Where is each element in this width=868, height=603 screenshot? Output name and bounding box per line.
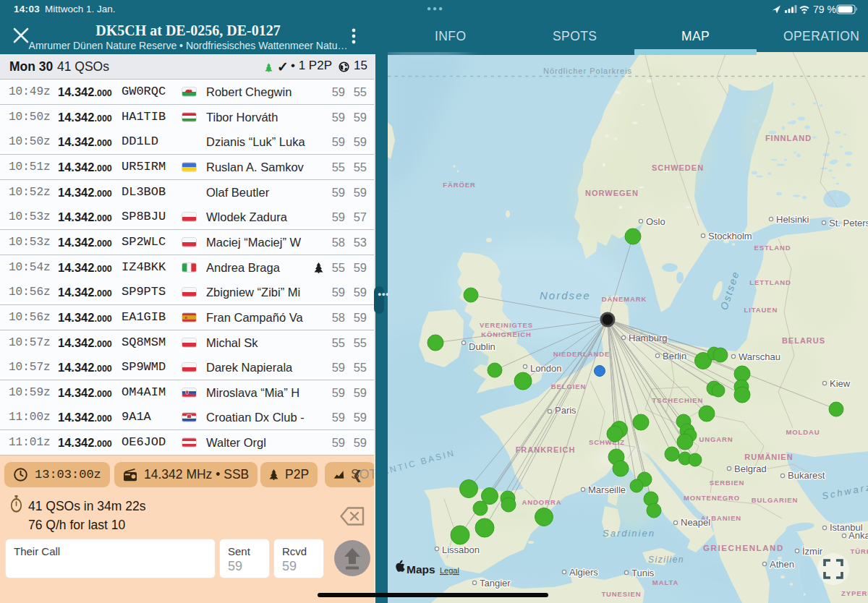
svg-text:ANDORRA: ANDORRA [522,498,562,506]
svg-text:Marseille: Marseille [588,484,626,495]
svg-text:Neapel: Neapel [681,517,710,528]
svg-text:UNGARN: UNGARN [699,435,733,443]
svg-text:Kiew: Kiew [830,378,851,389]
svg-text:Maps: Maps [407,563,435,576]
svg-text:Dublin: Dublin [469,341,495,352]
svg-text:79 %: 79 % [813,4,836,15]
svg-text:SERBIEN: SERBIEN [710,479,745,487]
svg-text:MONTENEGRO: MONTENEGRO [684,494,740,502]
svg-text:Athen: Athen [770,559,794,570]
svg-text:FÄRÖER: FÄRÖER [443,181,476,189]
svg-text:Legal: Legal [440,566,459,575]
svg-text:Tunis: Tunis [631,568,655,578]
svg-text:TUNESIEN: TUNESIEN [601,590,641,598]
svg-text:İzmir: İzmir [802,546,823,557]
svg-text:BELARUS: BELARUS [782,336,825,345]
svg-text:Nördlicher Polarkreis: Nördlicher Polarkreis [543,67,632,75]
svg-text:Sizilien: Sizilien [648,555,684,565]
svg-text:Warschau: Warschau [739,351,780,362]
svg-text:Belgrad: Belgrad [734,463,767,474]
svg-text:NORWEGEN: NORWEGEN [585,189,639,197]
svg-text:GRIECHENLAND: GRIECHENLAND [703,544,784,552]
svg-text:BULGARIEN: BULGARIEN [752,496,799,504]
svg-text:Paris: Paris [555,405,576,416]
svg-text:ZYPERN: ZYPERN [841,589,868,597]
svg-text:KÖNIGREICH: KÖNIGREICH [481,330,532,338]
svg-text:ESTLAND: ESTLAND [754,244,791,252]
svg-text:Oslo: Oslo [646,216,665,227]
svg-text:MOLDAU: MOLDAU [786,428,820,436]
svg-text:LITAUEN: LITAUEN [744,306,778,314]
svg-text:VEREINIGTES: VEREINIGTES [480,321,533,329]
svg-text:Lissabon: Lissabon [442,544,480,555]
svg-text:TÜRKEI: TÜRKEI [851,547,868,555]
svg-text:Nordsee: Nordsee [540,289,591,302]
svg-text:Stockholm: Stockholm [708,231,752,241]
svg-text:Bukarest: Bukarest [788,470,825,481]
svg-text:Tangier: Tangier [480,578,511,589]
svg-text:FINNLAND: FINNLAND [765,134,812,142]
svg-text:MALTA: MALTA [652,578,678,586]
svg-text:SCHWEDEN: SCHWEDEN [652,163,704,172]
svg-text:Anka: Anka [848,530,868,541]
svg-text:Sardinien: Sardinien [603,528,655,539]
svg-text:Helsinki: Helsinki [776,214,809,225]
svg-text:St. Petersbu: St. Petersbu [829,218,868,228]
svg-text:LETTLAND: LETTLAND [749,278,791,286]
svg-text:DÄNEMARK: DÄNEMARK [602,295,647,303]
svg-text:Algiers: Algiers [569,567,598,578]
svg-text:RUMÄNIEN: RUMÄNIEN [744,453,793,461]
